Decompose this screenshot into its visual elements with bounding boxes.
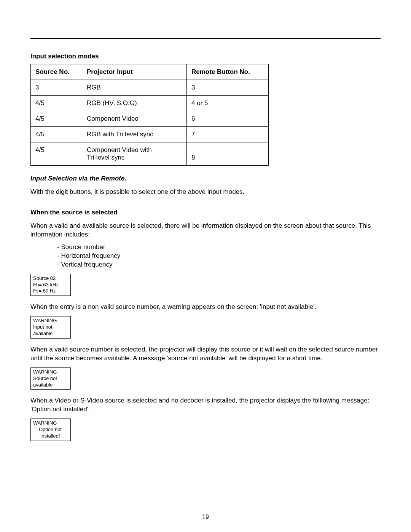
osd-line: Fv= 60 Hz — [33, 288, 67, 294]
page-number: 19 — [0, 514, 411, 521]
table-input-modes: Source No. Projector Input Remote Button… — [30, 64, 269, 166]
th-source-no: Source No. — [31, 64, 82, 80]
list-item: - Source number — [57, 243, 381, 252]
heading-when-selected: When the source is selected — [30, 209, 381, 216]
osd-box-source-info: Source 02 Fh= 63 kHz Fv= 60 Hz — [30, 274, 71, 296]
cell: RGB with Tri level sync — [82, 127, 187, 142]
osd-box-source-not-available: WARNING Source not available — [30, 367, 71, 390]
osd-line: installed! — [33, 433, 67, 439]
osd-line: WARNING — [33, 369, 67, 375]
osd-line: Fh= 63 kHz — [33, 282, 67, 288]
cell: 7 — [187, 127, 269, 142]
cell: 4/5 — [31, 111, 82, 127]
heading-input-modes: Input selection modes — [30, 53, 381, 60]
para-option-not-installed: When a Video or S-Video source is select… — [30, 396, 381, 414]
osd-box-input-not-available: WARNING Input not available — [30, 316, 71, 339]
osd-line: available — [33, 382, 67, 388]
cell: RGB (HV, S.O.G) — [82, 96, 187, 111]
rule-top — [30, 38, 381, 39]
osd-line: WARNING — [33, 420, 67, 427]
cell: 4/5 — [31, 142, 82, 166]
table-row: 4/5 RGB (HV, S.O.G) 4 or 5 — [31, 96, 269, 111]
osd-line: Source 02 — [33, 275, 67, 282]
para-wait-source: When a valid source number is selected, … — [30, 345, 381, 363]
page: Input selection modes Source No. Project… — [0, 0, 411, 532]
cell: Component Video withTri-level sync — [82, 142, 187, 166]
table-header-row: Source No. Projector Input Remote Button… — [31, 64, 269, 80]
osd-line: Option not — [33, 427, 67, 433]
cell: 3 — [187, 80, 269, 96]
cell: 8 — [187, 142, 269, 166]
cell: 4/5 — [31, 127, 82, 142]
list-item: - Vertical frequency — [57, 260, 381, 269]
table-row: 3 RGB 3 — [31, 80, 269, 96]
osd-line: available — [33, 331, 67, 337]
list-item: - Horizontal frequency — [57, 252, 381, 260]
para-valid-source-info: When a valid and available source is sel… — [30, 222, 381, 239]
para-non-valid: When the entry is a non valid source num… — [30, 303, 381, 312]
para-digit-buttons: With the digit buttons, it is possible t… — [30, 188, 381, 197]
heading-via-remote: Input Selection via the Remote. — [30, 175, 381, 182]
table-row: 4/5 RGB with Tri level sync 7 — [31, 127, 269, 142]
table-row: 4/5 Component Video 6 — [31, 111, 269, 127]
osd-line: Input not — [33, 324, 67, 331]
osd-box-option-not-installed: WARNING Option not installed! — [30, 419, 71, 441]
cell: 6 — [187, 111, 269, 127]
cell: RGB — [82, 80, 187, 96]
cell: 4 or 5 — [187, 96, 269, 111]
cell: 3 — [31, 80, 82, 96]
osd-line: WARNING — [33, 318, 67, 324]
cell: Component Video — [82, 111, 187, 127]
th-remote-button-no: Remote Button No. — [187, 64, 269, 80]
cell: 4/5 — [31, 96, 82, 111]
th-projector-input: Projector Input — [82, 64, 187, 80]
table-row: 4/5 Component Video withTri-level sync 8 — [31, 142, 269, 166]
osd-line: Source not — [33, 375, 67, 382]
info-list: - Source number - Horizontal frequency -… — [57, 243, 381, 269]
